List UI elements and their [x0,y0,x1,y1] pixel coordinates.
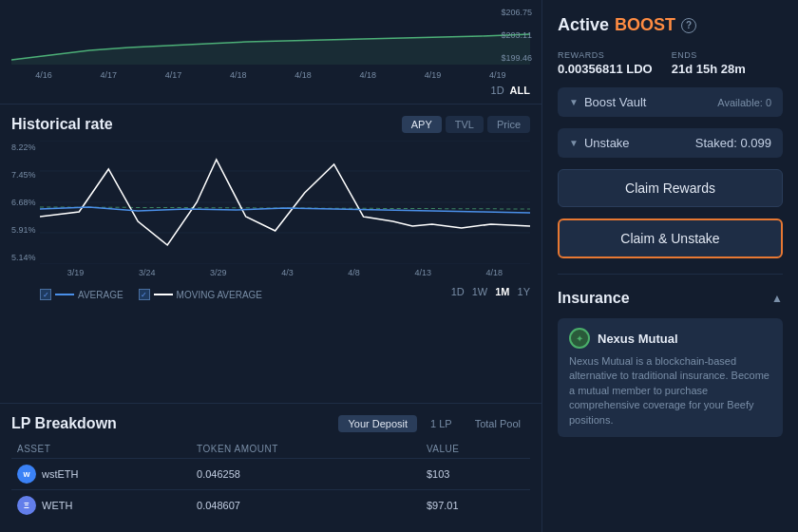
historical-title: Historical rate [11,116,113,133]
mavg-line [154,294,173,295]
claim-rewards-button[interactable]: Claim Rewards [558,169,783,207]
insurance-header: Insurance ▲ [558,290,783,307]
chevron-down-icon-2: ▼ [569,138,579,148]
historical-section: Historical rate APY TVL Price 8.22% 7.45… [0,104,542,404]
ends-label: ENDS [672,50,746,60]
boost-vault-label: Boost Vault [584,95,647,109]
nexus-name: Nexus Mutual [598,332,678,346]
legend-average: ✓ AVERAGE [40,289,124,300]
hist-y-labels: 8.22% 7.45% 6.68% 5.91% 5.14% [11,141,36,264]
top-chart-section: $206.75 $203.11 $199.46 4/16 4/17 4/17 4… [0,0,542,104]
divider [558,274,783,275]
right-panel: Active BOOST ? REWARDS 0.00356811 LDO EN… [542,0,798,532]
time-1d[interactable]: 1D [491,85,504,96]
col-value: VALUE [421,440,530,459]
unstake-staked: Staked: 0.099 [695,136,771,150]
insurance-title: Insurance [558,290,630,307]
wsteth-value: $103 [421,459,530,490]
y-label-3: $199.46 [501,53,532,63]
y-label-2: $203.11 [501,30,532,40]
avg-checkbox[interactable]: ✓ [40,289,51,300]
table-row: Ξ WETH 0.048607 $97.01 [11,490,530,522]
historical-chart-area: 8.22% 7.45% 6.68% 5.91% 5.14% [11,141,530,264]
unstake-label: Unstake [584,136,630,150]
historical-tabs: APY TVL Price [402,116,530,133]
lp-table: ASSET TOKEN AMOUNT VALUE w wstETH 0.0462… [11,440,530,521]
nexus-icon: ✦ [569,328,590,349]
hist-x-labels: 3/19 3/24 3/29 4/3 4/8 4/13 4/18 [11,268,530,277]
top-chart-y-labels: $206.75 $203.11 $199.46 [501,8,532,63]
lp-title: LP Breakdown [11,415,117,432]
nexus-row: ✦ Nexus Mutual [569,328,771,349]
chart-legend: ✓ AVERAGE ✓ MOVING AVERAGE [40,289,262,300]
asset-wsteth: w wstETH [11,459,191,490]
top-time-controls: 1D ALL [491,85,530,96]
hist-1d[interactable]: 1D [451,286,465,297]
hist-time-controls: 1D 1W 1M 1Y [451,286,530,297]
ends-value: 21d 15h 28m [672,62,746,76]
rewards-row: REWARDS 0.00356811 LDO ENDS 21d 15h 28m [558,50,783,76]
nexus-description: Nexus Mutual is a blockchain-based alter… [569,354,771,428]
tab-tvl[interactable]: TVL [446,116,484,133]
y-label-1: $206.75 [501,8,532,17]
chevron-up-icon: ▲ [771,292,783,305]
lp-tab-total-pool[interactable]: Total Pool [466,415,530,432]
wsteth-amount: 0.046258 [191,459,421,490]
hist-1y[interactable]: 1Y [518,286,530,297]
tab-price[interactable]: Price [487,116,530,133]
col-token-amount: TOKEN AMOUNT [191,440,421,459]
tab-apy[interactable]: APY [402,116,442,133]
insurance-card: ✦ Nexus Mutual Nexus Mutual is a blockch… [558,318,783,437]
rewards-value: 0.00356811 LDO [558,62,653,76]
legend-moving-avg: ✓ MOVING AVERAGE [139,289,262,300]
boost-vault-available: Available: 0 [717,97,771,108]
table-row: w wstETH 0.046258 $103 [11,459,530,490]
lp-tab-your-deposit[interactable]: Your Deposit [338,415,417,432]
boost-vault-row[interactable]: ▼ Boost Vault Available: 0 [558,87,783,117]
help-icon[interactable]: ? [681,18,696,33]
avg-line [55,294,74,295]
top-chart-svg [11,8,530,65]
time-all[interactable]: ALL [510,85,530,96]
weth-value: $97.01 [421,490,530,522]
chevron-down-icon: ▼ [569,97,579,107]
lp-tabs: Your Deposit 1 LP Total Pool [338,415,530,432]
lp-section: LP Breakdown Your Deposit 1 LP Total Poo… [0,404,542,532]
asset-weth: Ξ WETH [11,490,191,522]
weth-amount: 0.048607 [191,490,421,522]
rewards-item: REWARDS 0.00356811 LDO [558,50,653,76]
top-chart-x-labels: 4/16 4/17 4/17 4/18 4/18 4/18 4/19 4/19 [11,70,530,80]
wsteth-icon: w [17,465,36,484]
rewards-label: REWARDS [558,50,653,60]
weth-icon: Ξ [17,496,36,515]
historical-header: Historical rate APY TVL Price [11,116,530,133]
mavg-checkbox[interactable]: ✓ [139,289,150,300]
active-boost-title: Active BOOST ? [558,15,783,35]
hist-1m[interactable]: 1M [495,286,509,297]
col-asset: ASSET [11,440,191,459]
boost-label: BOOST [615,15,675,35]
hist-1w[interactable]: 1W [472,286,488,297]
claim-unstake-button[interactable]: Claim & Unstake [558,218,783,258]
lp-tab-1lp[interactable]: 1 LP [421,415,462,432]
unstake-row[interactable]: ▼ Unstake Staked: 0.099 [558,128,783,158]
lp-header: LP Breakdown Your Deposit 1 LP Total Poo… [11,415,530,432]
left-panel: $206.75 $203.11 $199.46 4/16 4/17 4/17 4… [0,0,542,532]
historical-chart-svg [40,141,530,264]
svg-marker-0 [11,34,530,65]
ends-item: ENDS 21d 15h 28m [672,50,746,76]
